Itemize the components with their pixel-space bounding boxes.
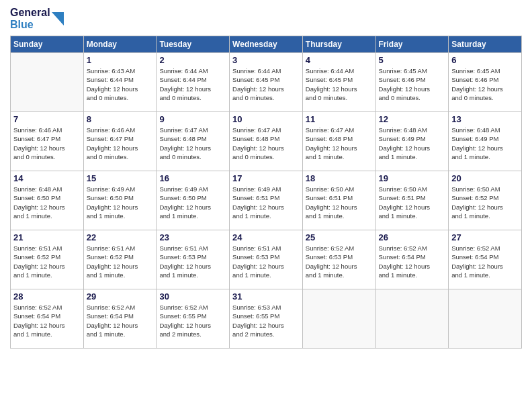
day-number: 19 <box>379 173 446 183</box>
day-number: 12 <box>379 114 446 124</box>
day-number: 14 <box>13 173 81 183</box>
calendar-week-2: 7Sunrise: 6:46 AM Sunset: 6:47 PM Daylig… <box>11 112 522 171</box>
day-info: Sunrise: 6:51 AM Sunset: 6:52 PM Dayligh… <box>13 244 81 279</box>
day-number: 17 <box>232 173 300 183</box>
calendar-cell: 6Sunrise: 6:45 AM Sunset: 6:46 PM Daylig… <box>449 53 522 112</box>
day-info: Sunrise: 6:51 AM Sunset: 6:52 PM Dayligh… <box>87 244 154 279</box>
day-info: Sunrise: 6:52 AM Sunset: 6:54 PM Dayligh… <box>87 303 154 338</box>
calendar-cell: 24Sunrise: 6:51 AM Sunset: 6:53 PM Dayli… <box>230 230 303 289</box>
day-info: Sunrise: 6:44 AM Sunset: 6:45 PM Dayligh… <box>232 66 300 102</box>
calendar-header-tuesday: Tuesday <box>157 36 230 53</box>
day-info: Sunrise: 6:47 AM Sunset: 6:48 PM Dayligh… <box>306 126 373 161</box>
calendar-cell: 8Sunrise: 6:46 AM Sunset: 6:47 PM Daylig… <box>83 112 157 171</box>
day-info: Sunrise: 6:50 AM Sunset: 6:51 PM Dayligh… <box>379 185 446 220</box>
calendar-week-4: 21Sunrise: 6:51 AM Sunset: 6:52 PM Dayli… <box>11 230 522 289</box>
calendar-cell: 16Sunrise: 6:49 AM Sunset: 6:50 PM Dayli… <box>157 171 230 230</box>
calendar-cell: 25Sunrise: 6:52 AM Sunset: 6:53 PM Dayli… <box>302 230 375 289</box>
day-info: Sunrise: 6:52 AM Sunset: 6:54 PM Dayligh… <box>451 244 519 279</box>
calendar-header-thursday: Thursday <box>302 36 375 53</box>
calendar-week-3: 14Sunrise: 6:48 AM Sunset: 6:50 PM Dayli… <box>11 171 522 230</box>
day-number: 7 <box>13 114 81 124</box>
calendar-header-wednesday: Wednesday <box>230 36 303 53</box>
day-info: Sunrise: 6:49 AM Sunset: 6:51 PM Dayligh… <box>232 185 300 220</box>
header: General Blue <box>10 7 522 30</box>
day-number: 10 <box>232 114 300 124</box>
calendar-cell: 11Sunrise: 6:47 AM Sunset: 6:48 PM Dayli… <box>302 112 375 171</box>
calendar-week-5: 28Sunrise: 6:52 AM Sunset: 6:54 PM Dayli… <box>11 289 522 349</box>
calendar-header-sunday: Sunday <box>11 36 84 53</box>
day-info: Sunrise: 6:53 AM Sunset: 6:55 PM Dayligh… <box>232 303 300 338</box>
calendar-cell <box>375 289 449 349</box>
day-number: 26 <box>379 232 446 242</box>
calendar-header-monday: Monday <box>83 36 157 53</box>
calendar-week-1: 1Sunrise: 6:43 AM Sunset: 6:44 PM Daylig… <box>11 53 522 112</box>
day-number: 15 <box>87 173 154 183</box>
day-number: 11 <box>306 114 373 124</box>
day-number: 20 <box>451 173 519 183</box>
day-number: 8 <box>87 114 154 124</box>
day-info: Sunrise: 6:47 AM Sunset: 6:48 PM Dayligh… <box>232 126 300 161</box>
calendar: SundayMondayTuesdayWednesdayThursdayFrid… <box>10 36 522 349</box>
calendar-cell: 30Sunrise: 6:52 AM Sunset: 6:55 PM Dayli… <box>157 289 230 349</box>
day-info: Sunrise: 6:45 AM Sunset: 6:46 PM Dayligh… <box>379 66 446 102</box>
calendar-cell: 28Sunrise: 6:52 AM Sunset: 6:54 PM Dayli… <box>11 289 84 349</box>
svg-marker-0 <box>52 12 64 26</box>
day-info: Sunrise: 6:49 AM Sunset: 6:50 PM Dayligh… <box>87 185 154 220</box>
day-info: Sunrise: 6:46 AM Sunset: 6:47 PM Dayligh… <box>13 126 81 161</box>
day-info: Sunrise: 6:46 AM Sunset: 6:47 PM Dayligh… <box>87 126 154 161</box>
calendar-cell: 22Sunrise: 6:51 AM Sunset: 6:52 PM Dayli… <box>83 230 157 289</box>
day-info: Sunrise: 6:52 AM Sunset: 6:54 PM Dayligh… <box>13 303 81 338</box>
logo: General Blue <box>10 7 64 30</box>
calendar-cell <box>449 289 522 349</box>
calendar-cell: 1Sunrise: 6:43 AM Sunset: 6:44 PM Daylig… <box>83 53 157 112</box>
day-info: Sunrise: 6:48 AM Sunset: 6:49 PM Dayligh… <box>379 126 446 161</box>
day-number: 2 <box>159 55 226 65</box>
day-info: Sunrise: 6:44 AM Sunset: 6:45 PM Dayligh… <box>306 66 373 102</box>
day-number: 25 <box>306 232 373 242</box>
day-info: Sunrise: 6:52 AM Sunset: 6:55 PM Dayligh… <box>159 303 226 338</box>
calendar-cell: 4Sunrise: 6:44 AM Sunset: 6:45 PM Daylig… <box>302 53 375 112</box>
calendar-cell: 9Sunrise: 6:47 AM Sunset: 6:48 PM Daylig… <box>157 112 230 171</box>
day-number: 31 <box>232 291 300 302</box>
calendar-cell: 20Sunrise: 6:50 AM Sunset: 6:52 PM Dayli… <box>449 171 522 230</box>
calendar-cell: 7Sunrise: 6:46 AM Sunset: 6:47 PM Daylig… <box>11 112 84 171</box>
calendar-cell: 12Sunrise: 6:48 AM Sunset: 6:49 PM Dayli… <box>375 112 449 171</box>
calendar-cell: 13Sunrise: 6:48 AM Sunset: 6:49 PM Dayli… <box>449 112 522 171</box>
day-number: 1 <box>87 55 154 65</box>
calendar-header-saturday: Saturday <box>449 36 522 53</box>
day-number: 22 <box>87 232 154 242</box>
calendar-cell: 27Sunrise: 6:52 AM Sunset: 6:54 PM Dayli… <box>449 230 522 289</box>
page-container: General Blue SundayMondayTuesdayWednesda… <box>0 0 532 411</box>
day-info: Sunrise: 6:49 AM Sunset: 6:50 PM Dayligh… <box>159 185 226 220</box>
day-number: 29 <box>87 291 154 302</box>
day-number: 16 <box>159 173 226 183</box>
day-number: 30 <box>159 291 226 302</box>
day-info: Sunrise: 6:51 AM Sunset: 6:53 PM Dayligh… <box>159 244 226 279</box>
day-number: 23 <box>159 232 226 242</box>
day-info: Sunrise: 6:44 AM Sunset: 6:44 PM Dayligh… <box>159 66 226 102</box>
day-number: 13 <box>451 114 519 124</box>
calendar-cell: 17Sunrise: 6:49 AM Sunset: 6:51 PM Dayli… <box>230 171 303 230</box>
day-number: 27 <box>451 232 519 242</box>
calendar-cell: 10Sunrise: 6:47 AM Sunset: 6:48 PM Dayli… <box>230 112 303 171</box>
day-number: 18 <box>306 173 373 183</box>
calendar-header-row: SundayMondayTuesdayWednesdayThursdayFrid… <box>11 36 522 53</box>
calendar-cell: 26Sunrise: 6:52 AM Sunset: 6:54 PM Dayli… <box>375 230 449 289</box>
day-info: Sunrise: 6:43 AM Sunset: 6:44 PM Dayligh… <box>87 66 154 102</box>
calendar-cell: 29Sunrise: 6:52 AM Sunset: 6:54 PM Dayli… <box>83 289 157 349</box>
calendar-cell: 14Sunrise: 6:48 AM Sunset: 6:50 PM Dayli… <box>11 171 84 230</box>
day-number: 21 <box>13 232 81 242</box>
calendar-cell: 31Sunrise: 6:53 AM Sunset: 6:55 PM Dayli… <box>230 289 303 349</box>
calendar-cell: 18Sunrise: 6:50 AM Sunset: 6:51 PM Dayli… <box>302 171 375 230</box>
day-number: 9 <box>159 114 226 124</box>
calendar-cell: 2Sunrise: 6:44 AM Sunset: 6:44 PM Daylig… <box>157 53 230 112</box>
day-number: 5 <box>379 55 446 65</box>
day-info: Sunrise: 6:48 AM Sunset: 6:50 PM Dayligh… <box>13 185 81 220</box>
day-number: 28 <box>13 291 81 302</box>
calendar-cell <box>302 289 375 349</box>
logo-chevron-icon <box>52 9 64 28</box>
day-number: 24 <box>232 232 300 242</box>
calendar-cell: 3Sunrise: 6:44 AM Sunset: 6:45 PM Daylig… <box>230 53 303 112</box>
calendar-cell <box>11 53 84 112</box>
calendar-cell: 19Sunrise: 6:50 AM Sunset: 6:51 PM Dayli… <box>375 171 449 230</box>
